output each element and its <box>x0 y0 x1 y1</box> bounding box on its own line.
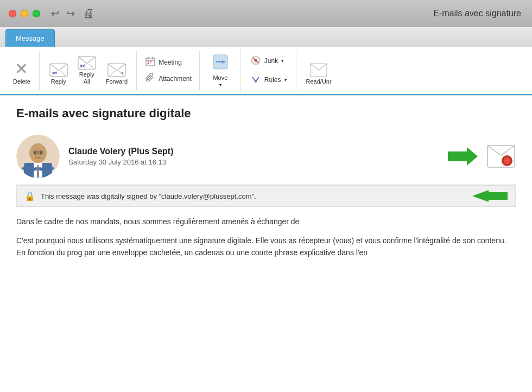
email-body: Dans le cadre de nos mandats, nous somme… <box>16 216 516 258</box>
ribbon-group-readunread: Read/Unr <box>297 51 340 90</box>
svg-rect-20 <box>150 61 151 62</box>
forward-label: Forward <box>106 78 128 85</box>
sender-name: Claude Volery (Plus Sept) <box>68 147 439 156</box>
undo-button[interactable]: ↩ <box>51 8 59 20</box>
forward-icon <box>107 63 126 77</box>
ribbon-content: ✕ Delete Reply <box>0 47 532 95</box>
reply-label: Reply <box>51 78 66 85</box>
svg-point-27 <box>255 80 257 83</box>
svg-point-35 <box>34 151 36 154</box>
svg-rect-19 <box>148 63 149 64</box>
svg-marker-44 <box>472 190 508 202</box>
junk-label: Junk <box>264 57 278 65</box>
ribbon-tabs: Message <box>0 27 532 47</box>
read-unread-icon <box>310 63 327 77</box>
delete-icon: ✕ <box>15 61 28 77</box>
attachment-button[interactable]: Attachment <box>142 72 195 86</box>
svg-marker-40 <box>448 147 478 166</box>
reply-button[interactable]: Reply <box>45 61 72 87</box>
junk-button[interactable]: Junk ▾ <box>246 53 292 69</box>
ribbon-group-reply: Reply ReplyAll <box>41 51 137 90</box>
ribbon-group-delete: ✕ Delete <box>4 51 40 90</box>
delete-button[interactable]: ✕ Delete <box>9 59 35 87</box>
minimize-button[interactable] <box>21 10 28 17</box>
window-title: E-mails avec signature <box>433 9 521 18</box>
svg-point-36 <box>40 151 42 154</box>
signature-text: This message was digitally signed by "cl… <box>41 192 256 200</box>
tab-message[interactable]: Message <box>5 29 55 47</box>
delete-label: Delete <box>13 78 30 85</box>
ribbon-group-junk: Junk ▾ Rules ▾ <box>242 51 296 90</box>
close-button[interactable] <box>9 10 16 17</box>
meeting-button[interactable]: Meeting <box>142 55 195 69</box>
ribbon-group-move: Move ▾ <box>201 49 240 92</box>
ribbon: Message ✕ Delete <box>0 27 532 96</box>
meeting-label: Meeting <box>159 59 182 66</box>
reply-icon <box>49 63 68 77</box>
svg-rect-18 <box>148 61 149 62</box>
email-content: E-mails avec signature digitale <box>0 96 532 392</box>
rules-icon <box>250 74 261 86</box>
signature-bar: 🔒 This message was digitally signed by "… <box>16 185 516 207</box>
sender-date: Saturday 30 July 2016 at 16:13 <box>68 158 439 166</box>
move-label: Move <box>213 74 227 81</box>
traffic-lights <box>9 10 40 17</box>
move-dropdown: ▾ <box>219 83 221 87</box>
svg-point-43 <box>504 157 510 164</box>
title-bar: ↩ ↪ 🖨 E-mails avec signature <box>0 0 532 27</box>
meeting-icon <box>145 56 155 68</box>
reply-all-button[interactable]: ReplyAll <box>73 54 100 87</box>
maximize-button[interactable] <box>33 10 40 17</box>
redo-button[interactable]: ↪ <box>67 8 75 20</box>
reply-all-label: ReplyAll <box>79 71 94 85</box>
rules-dropdown: ▾ <box>284 77 287 83</box>
rules-button[interactable]: Rules ▾ <box>246 72 292 88</box>
forward-button[interactable]: Forward <box>102 61 132 87</box>
move-button[interactable]: Move ▾ <box>205 51 236 90</box>
email-subject: E-mails avec signature digitale <box>16 106 516 126</box>
attachment-label: Attachment <box>159 75 192 83</box>
email-forward-indicator <box>448 147 478 166</box>
read-unread-button[interactable]: Read/Unr <box>302 61 336 87</box>
reply-all-icon <box>78 56 96 70</box>
email-header: Claude Volery (Plus Sept) Saturday 30 Ju… <box>16 135 516 178</box>
rules-label: Rules <box>264 76 281 84</box>
junk-icon <box>250 55 261 67</box>
read-unread-label: Read/Unr <box>306 78 332 85</box>
main-content: E-mails avec signature digitale <box>0 96 532 392</box>
signature-arrow <box>472 190 508 202</box>
lock-icon: 🔒 <box>24 191 35 201</box>
sender-avatar <box>16 135 60 178</box>
title-bar-nav: ↩ ↪ <box>51 8 75 20</box>
junk-dropdown: ▾ <box>281 58 284 64</box>
move-icon <box>212 53 229 73</box>
email-paragraph-1: Dans le cadre de nos mandats, nous somme… <box>16 216 516 227</box>
attachment-icon <box>145 73 155 85</box>
digital-signature-badge <box>486 144 516 168</box>
sender-info: Claude Volery (Plus Sept) Saturday 30 Ju… <box>68 147 439 166</box>
email-paragraph-2: C'est pourquoi nous utilisons systématiq… <box>16 235 516 259</box>
print-button[interactable]: 🖨 <box>83 7 94 21</box>
ribbon-group-actions: Meeting Attachment <box>138 51 200 90</box>
